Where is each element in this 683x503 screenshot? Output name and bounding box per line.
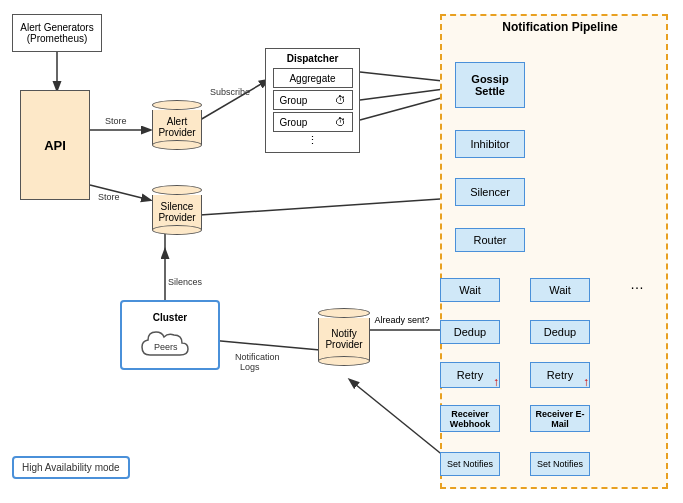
silencer-box: Silencer [455,178,525,206]
svg-line-12 [200,198,455,215]
alert-generators-box: Alert Generators (Prometheus) [12,14,102,52]
dedup2-box: Dedup [530,320,590,344]
high-availability-box: High Availability mode [12,456,130,479]
api-box: API [20,90,90,200]
retry1-box: Retry [440,362,500,388]
svg-line-8 [360,88,452,100]
gossip-settle-box: Gossip Settle [455,62,525,108]
receiver-webhook-box: Receiver Webhook [440,405,500,432]
pipeline-dots: … [630,276,644,292]
svg-line-5 [200,80,268,120]
svg-text:Notification: Notification [235,352,280,362]
silence-provider-cylinder: Silence Provider [152,185,202,235]
wait1-box: Wait [440,278,500,302]
svg-text:Subscribe: Subscribe [210,87,250,97]
svg-line-25 [210,340,320,350]
alert-provider-cylinder: Alert Provider [152,100,202,150]
notification-pipeline-title: Notification Pipeline [490,20,630,34]
svg-line-7 [360,72,452,82]
group1-box: Group ⏱ [273,90,353,110]
svg-text:Silences: Silences [168,277,203,287]
dispatcher-title: Dispatcher [287,53,339,64]
cluster-title: Cluster [153,312,187,323]
svg-text:Peers: Peers [154,342,178,352]
retry2-red-arrow: ↑ [583,375,589,389]
already-sent-label: Already sent? [372,315,432,325]
receiver-email-box: Receiver E-Mail [530,405,590,432]
svg-line-3 [90,185,150,200]
retry2-box: Retry [530,362,590,388]
svg-text:Logs: Logs [240,362,260,372]
svg-text:Store: Store [98,192,120,202]
cloud-icon: Peers [140,327,200,359]
cluster-box: Cluster Peers [120,300,220,370]
set-notifies2-box: Set Notifies [530,452,590,476]
retry1-red-arrow: ↑ [493,375,499,389]
dispatcher-dots: ⋮ [307,134,318,147]
svg-line-9 [360,95,452,120]
wait2-box: Wait [530,278,590,302]
dispatcher-box: Dispatcher Aggregate Group ⏱ Group ⏱ ⋮ [265,48,360,153]
dedup1-box: Dedup [440,320,500,344]
svg-text:Store: Store [105,116,127,126]
set-notifies1-box: Set Notifies [440,452,500,476]
group2-box: Group ⏱ [273,112,353,132]
aggregate-box: Aggregate [273,68,353,88]
inhibitor-box: Inhibitor [455,130,525,158]
diagram: Store Store Subscribe [0,0,683,503]
router-box: Router [455,228,525,252]
notify-provider-cylinder: Notify Provider [318,308,370,366]
